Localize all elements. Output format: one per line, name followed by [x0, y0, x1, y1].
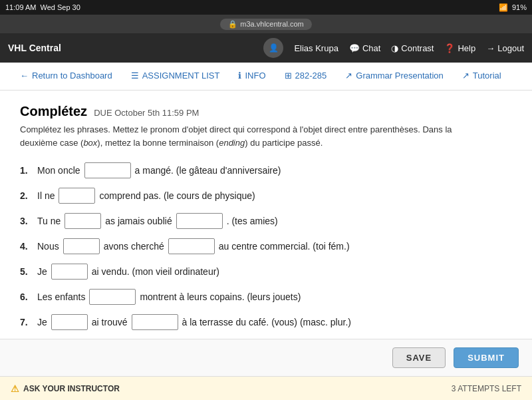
- logout-link[interactable]: → Logout: [486, 43, 524, 53]
- item-num-1: 1.: [20, 165, 33, 176]
- input-7b[interactable]: [132, 314, 178, 330]
- item-num-5: 5.: [20, 266, 33, 277]
- list-icon: ☰: [131, 71, 139, 81]
- item-7-text-1: Je: [37, 317, 47, 327]
- due-label: DUE October 5th 11:59 PM: [94, 108, 199, 118]
- info-icon: ℹ: [238, 71, 241, 81]
- exercise-item-1: 1. Mon oncle a mangé. (le gâteau d'anniv…: [20, 162, 512, 178]
- lock-icon: 🔒: [228, 20, 237, 29]
- item-2-text-2: comprend pas. (le cours de physique): [99, 190, 255, 201]
- ask-instructor-label: ASK YOUR INSTRUCTOR: [23, 384, 120, 393]
- item-2-text-1: Il ne: [37, 190, 55, 201]
- item-num-6: 6.: [20, 292, 33, 302]
- avatar-icon: 👤: [269, 43, 279, 53]
- nav-info[interactable]: ℹ INFO: [229, 64, 275, 89]
- item-5-text-2: ai vendu. (mon vieil ordinateur): [92, 266, 219, 277]
- input-5a[interactable]: [51, 264, 88, 280]
- input-3a[interactable]: [65, 213, 101, 229]
- input-1a[interactable]: [84, 162, 131, 178]
- submit-button[interactable]: SUBMIT: [454, 347, 519, 368]
- exercise-name: Complétez: [20, 104, 87, 119]
- input-3b[interactable]: [176, 213, 223, 229]
- pages-icon: ⊞: [285, 71, 292, 81]
- exercise-item-3: 3. Tu ne as jamais oublié . (tes amies): [20, 213, 512, 229]
- app-logo: VHL Central: [8, 43, 61, 53]
- exercise-item-2: 2. Il ne comprend pas. (le cours de phys…: [20, 188, 512, 204]
- chat-link[interactable]: 💬 Chat: [349, 43, 380, 53]
- item-num-7: 7.: [20, 317, 33, 327]
- day: Wed Sep 30: [40, 3, 80, 11]
- return-arrow-icon: ←: [20, 71, 29, 81]
- item-num-4: 4.: [20, 241, 33, 252]
- nav-pages[interactable]: ⊞ 282-285: [275, 64, 336, 89]
- input-7a[interactable]: [51, 314, 88, 330]
- input-6a[interactable]: [89, 289, 136, 305]
- nav-tutorial[interactable]: ↗ Tutorial: [453, 64, 511, 89]
- grammar-icon: ↗: [345, 71, 352, 81]
- exercise-instructions: Complétez les phrases. Mettez le pronom …: [20, 123, 485, 149]
- ask-instructor[interactable]: ⚠ ASK YOUR INSTRUCTOR: [11, 383, 120, 394]
- item-5-text-1: Je: [37, 266, 47, 277]
- status-bar-left: 11:09 AM Wed Sep 30: [5, 3, 80, 11]
- battery: 91%: [512, 3, 527, 11]
- input-2a[interactable]: [59, 188, 95, 204]
- nav-assignment-list[interactable]: ☰ ASSIGNMENT LIST: [122, 64, 229, 89]
- footer-bar: ⚠ ASK YOUR INSTRUCTOR 3 ATTEMPTS LEFT: [0, 376, 532, 400]
- item-3-text-3: . (tes amies): [227, 216, 278, 226]
- top-nav-links: Elias Krupa 💬 Chat ◑ Contrast ❓ Help → L…: [294, 43, 524, 53]
- exercise-list: 1. Mon oncle a mangé. (le gâteau d'anniv…: [20, 162, 512, 339]
- help-icon: ❓: [444, 43, 455, 53]
- logout-icon: →: [486, 43, 495, 53]
- save-button[interactable]: SAVE: [392, 347, 446, 368]
- item-3-text-1: Tu ne: [37, 216, 61, 226]
- secondary-nav: ← Return to Dashboard ☰ ASSIGNMENT LIST …: [0, 63, 532, 91]
- item-7-text-2: ai trouvé: [92, 317, 128, 327]
- top-nav: VHL Central 👤 Elias Krupa 💬 Chat ◑ Contr…: [0, 33, 532, 63]
- item-4-text-2: avons cherché: [104, 241, 164, 252]
- url-pill[interactable]: 🔒 m3a.vhlcentral.com: [220, 19, 311, 30]
- exercise-item-5: 5. Je ai vendu. (mon vieil ordinateur): [20, 264, 512, 280]
- item-4-text-1: Nous: [37, 241, 59, 252]
- status-bar-right: 📶 91%: [499, 3, 527, 12]
- item-num-2: 2.: [20, 190, 33, 201]
- input-4a[interactable]: [63, 238, 100, 254]
- exercise-item-6: 6. Les enfants montrent à leurs copains.…: [20, 289, 512, 305]
- item-1-text-1: Mon oncle: [37, 165, 80, 176]
- exercise-item-7: 7. Je ai trouvé à la terrasse du café. (…: [20, 314, 512, 330]
- bottom-bar: SAVE SUBMIT: [0, 339, 532, 376]
- status-bar: 11:09 AM Wed Sep 30 📶 91%: [0, 0, 532, 15]
- item-7-text-3: à la terrasse du café. (vous) (masc. plu…: [182, 317, 351, 327]
- wifi-icon: 📶: [499, 3, 508, 12]
- input-4b[interactable]: [168, 238, 215, 254]
- item-3-text-2: as jamais oublié: [105, 216, 172, 226]
- tutorial-icon: ↗: [462, 71, 469, 81]
- nav-return-dashboard[interactable]: ← Return to Dashboard: [11, 64, 122, 89]
- main-content: Complétez DUE October 5th 11:59 PM Compl…: [0, 91, 532, 339]
- contrast-link[interactable]: ◑ Contrast: [391, 43, 434, 53]
- item-6-text-2: montrent à leurs copains. (leurs jouets): [140, 292, 301, 302]
- url-text: m3a.vhlcentral.com: [240, 20, 303, 28]
- attempts-left: 3 ATTEMPTS LEFT: [452, 384, 521, 393]
- url-bar: 🔒 m3a.vhlcentral.com: [0, 15, 532, 33]
- user-name: Elias Krupa: [294, 43, 338, 53]
- nav-grammar[interactable]: ↗ Grammar Presentation: [336, 64, 453, 89]
- item-1-text-2: a mangé. (le gâteau d'anniversaire): [135, 165, 281, 176]
- item-num-3: 3.: [20, 216, 33, 226]
- help-link[interactable]: ❓ Help: [444, 43, 475, 53]
- item-6-text-1: Les enfants: [37, 292, 85, 302]
- warning-icon: ⚠: [11, 383, 19, 394]
- chat-icon: 💬: [349, 43, 360, 53]
- contrast-icon: ◑: [391, 43, 398, 53]
- item-4-text-3: au centre commercial. (toi fém.): [219, 241, 350, 252]
- time: 11:09 AM: [5, 3, 36, 11]
- exercise-item-4: 4. Nous avons cherché au centre commerci…: [20, 238, 512, 254]
- user-avatar: 👤: [263, 38, 283, 58]
- exercise-title: Complétez DUE October 5th 11:59 PM: [20, 104, 512, 119]
